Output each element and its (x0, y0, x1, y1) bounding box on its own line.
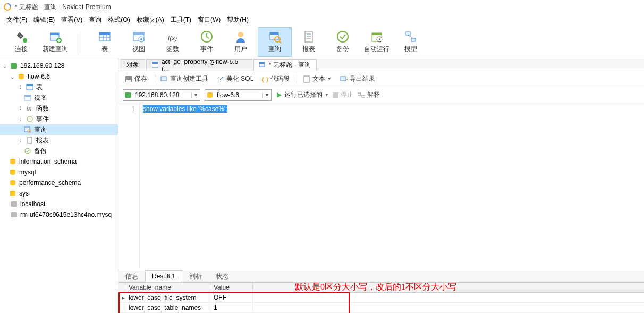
export-icon (340, 75, 348, 83)
stop-button[interactable]: 停止 (333, 90, 353, 99)
tree-connection[interactable]: ⌄ 192.168.60.128 (0, 61, 118, 71)
server-icon (10, 62, 18, 70)
tab-table[interactable]: act_ge_property @flow-6.6 (... (146, 59, 252, 71)
menu-query[interactable]: 查询 (87, 14, 104, 26)
tab-label: act_ge_property @flow-6.6 (... (162, 59, 247, 71)
table-row[interactable]: lower_case_table_names 1 (118, 303, 644, 313)
line-number: 1 (118, 105, 135, 113)
svg-rect-51 (152, 62, 158, 64)
query-icon (23, 125, 32, 134)
sql-editor[interactable]: 1 show variables like '%case%'; (118, 103, 644, 270)
doc-icon (303, 75, 310, 83)
explain-button[interactable]: 解释 (358, 90, 380, 99)
tree-queries[interactable]: 查询 (0, 124, 118, 135)
server-icon (10, 200, 18, 208)
query-label: 查询 (268, 45, 281, 54)
run-button[interactable]: 运行已选择的 ▼ (276, 90, 329, 99)
column-header[interactable]: Variable_name (125, 283, 210, 292)
new-query-button[interactable]: 新建查询 (38, 27, 72, 57)
report-label: 报表 (302, 45, 315, 54)
expand-icon[interactable]: › (17, 106, 24, 112)
cell-value[interactable]: 1 (210, 303, 253, 312)
tree-connection[interactable]: localhost (0, 199, 118, 209)
tree-backups[interactable]: 备份 (0, 146, 118, 156)
column-header[interactable]: Value (210, 283, 253, 292)
svg-rect-35 (27, 84, 33, 86)
tree-events[interactable]: › 事件 (0, 114, 118, 124)
function-icon: f(x) (166, 30, 180, 44)
rtab-info[interactable]: 信息 (118, 270, 145, 282)
function-button[interactable]: f(x) 函数 (156, 27, 190, 57)
export-button[interactable]: 导出结果 (338, 73, 377, 84)
query-icon (268, 30, 282, 44)
schedule-icon (370, 30, 384, 44)
menu-view[interactable]: 查看(V) (59, 14, 84, 26)
svg-point-43 (25, 148, 30, 154)
backup-button[interactable]: 备份 (326, 27, 360, 57)
tab-query[interactable]: * 无标题 - 查询 (253, 59, 317, 71)
report-button[interactable]: 报表 (292, 27, 326, 57)
collapse-icon[interactable]: ⌄ (9, 74, 16, 80)
run-label: 运行已选择的 (284, 90, 323, 99)
query-toolbar: 保存 查询创建工具 美化 SQL ( ) 代码段 文本 ▼ (118, 71, 644, 87)
rtab-result[interactable]: Result 1 (145, 270, 182, 282)
tree-tables[interactable]: › 表 (0, 82, 118, 92)
tree-label: 192.168.60.128 (20, 62, 64, 70)
table-row[interactable]: ▸ lower_case_file_system OFF (118, 293, 644, 303)
menu-file[interactable]: 文件(F) (4, 14, 29, 26)
tab-objects[interactable]: 对象 (121, 59, 145, 71)
cell-variable-name[interactable]: lower_case_table_names (125, 303, 210, 312)
snippet-button[interactable]: ( ) 代码段 (260, 73, 291, 84)
svg-line-31 (408, 35, 413, 38)
menu-format[interactable]: 格式(O) (106, 14, 132, 26)
tree-label: rm-uf6470s9615e13hc4no.mysq (20, 211, 112, 218)
tree-views[interactable]: 视图 (0, 92, 118, 103)
tree-label: localhost (20, 200, 45, 208)
connect-button[interactable]: 连接 (4, 27, 38, 57)
builder-icon (160, 75, 168, 83)
svg-rect-59 (125, 92, 131, 98)
tree-database[interactable]: mysql (0, 167, 118, 177)
expand-icon[interactable]: › (17, 138, 24, 143)
row-indicator (118, 303, 125, 312)
user-button[interactable]: 用户 (224, 27, 258, 57)
tree-reports[interactable]: › 报表 (0, 135, 118, 146)
tree-database[interactable]: performance_schema (0, 177, 118, 188)
connection-combo[interactable]: 192.168.60.128 ▼ (123, 89, 200, 101)
table-button[interactable]: 表 (88, 27, 122, 57)
tree-database[interactable]: sys (0, 188, 118, 199)
tree-label: performance_schema (19, 179, 81, 187)
chevron-down-icon: ▼ (262, 92, 271, 98)
query-button[interactable]: 查询 (258, 27, 292, 57)
rtab-profile[interactable]: 剖析 (182, 270, 209, 282)
svg-line-20 (279, 41, 281, 43)
event-button[interactable]: 事件 (190, 27, 224, 57)
tree-database[interactable]: ⌄ flow-6.6 (0, 71, 118, 82)
sql-text: show variables like '%case%'; (143, 105, 227, 113)
view-button[interactable]: 视图 (122, 27, 156, 57)
menu-help[interactable]: 帮助(H) (225, 14, 251, 26)
sql-code[interactable]: show variables like '%case%'; (140, 103, 231, 270)
expand-icon[interactable]: › (17, 116, 24, 122)
menu-window[interactable]: 窗口(W) (196, 14, 223, 26)
menu-tools[interactable]: 工具(T) (168, 14, 193, 26)
tree-functions[interactable]: › fx 函数 (0, 103, 118, 114)
collapse-icon[interactable]: ⌄ (1, 63, 9, 69)
beautify-button[interactable]: 美化 SQL (215, 73, 256, 84)
tree-connection[interactable]: rm-uf6470s9615e13hc4no.mysq (0, 209, 118, 220)
menu-edit[interactable]: 编辑(E) (31, 14, 57, 26)
plug-icon (14, 30, 28, 44)
save-button[interactable]: 保存 (123, 73, 149, 84)
cell-value[interactable]: OFF (210, 293, 253, 302)
builder-button[interactable]: 查询创建工具 (158, 73, 210, 84)
tree-database[interactable]: information_schema (0, 156, 118, 167)
text-button[interactable]: 文本 ▼ (301, 73, 334, 84)
rtab-status[interactable]: 状态 (209, 270, 235, 282)
menu-fav[interactable]: 收藏夹(A) (134, 14, 166, 26)
expand-icon[interactable]: › (17, 84, 24, 90)
cell-variable-name[interactable]: lower_case_file_system (125, 293, 210, 302)
model-button[interactable]: 模型 (394, 27, 428, 57)
svg-rect-21 (305, 31, 312, 42)
autorun-button[interactable]: 自动运行 (360, 27, 394, 57)
database-combo[interactable]: flow-6.6 ▼ (205, 89, 272, 101)
